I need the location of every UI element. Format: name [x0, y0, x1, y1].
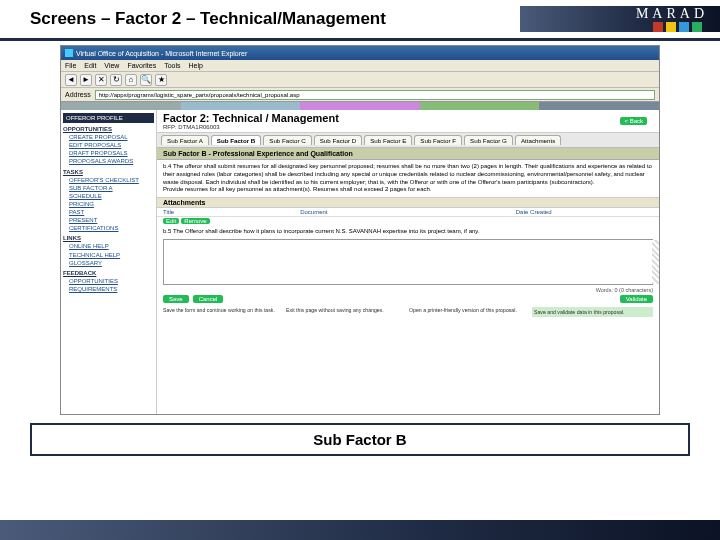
- edit-button[interactable]: Edit: [163, 218, 179, 224]
- tab-sub-b[interactable]: Sub Factor B: [211, 135, 262, 145]
- menu-tools[interactable]: Tools: [164, 62, 180, 69]
- sidebar-item[interactable]: PRICING: [69, 200, 154, 208]
- address-input[interactable]: http://apps/programs/logistic_spare_part…: [95, 90, 655, 100]
- back-icon[interactable]: ◄: [65, 74, 77, 86]
- embedded-screenshot: Virtual Office of Acquisition - Microsof…: [60, 45, 660, 415]
- sidebar-item[interactable]: CREATE PROPOSAL: [69, 133, 154, 141]
- sidebar-item[interactable]: OPPORTUNITIES: [69, 277, 154, 285]
- sidebar-item[interactable]: PAST: [69, 208, 154, 216]
- sidebar-item[interactable]: REQUIREMENTS: [69, 285, 154, 293]
- tab-sub-e[interactable]: Sub Factor E: [364, 135, 412, 145]
- sidebar-group-links[interactable]: LINKS: [63, 234, 154, 242]
- sidebar-item[interactable]: PRESENT: [69, 216, 154, 224]
- ie-icon: [65, 49, 73, 57]
- button-descriptions: Save the form and continue working on th…: [157, 305, 659, 319]
- sidebar-item[interactable]: OFFEROR'S CHECKLIST: [69, 176, 154, 184]
- sidebar-group-opportunities[interactable]: OPPORTUNITIES: [63, 125, 154, 133]
- back-button[interactable]: < Back: [620, 117, 647, 125]
- signal-flags: [653, 22, 702, 32]
- window-title-text: Virtual Office of Acquisition - Microsof…: [76, 50, 247, 57]
- resize-handle[interactable]: [652, 240, 660, 284]
- forward-icon[interactable]: ►: [80, 74, 92, 86]
- browser-toolbar: ◄ ► ✕ ↻ ⌂ 🔍 ★: [61, 72, 659, 88]
- menu-file[interactable]: File: [65, 62, 76, 69]
- instruction-b4: b.4 The offeror shall submit resumes for…: [157, 160, 659, 197]
- browser-menubar: File Edit View Favorites Tools Help: [61, 60, 659, 72]
- sidebar-group-tasks[interactable]: TASKS: [63, 168, 154, 176]
- home-icon[interactable]: ⌂: [125, 74, 137, 86]
- tab-attachments[interactable]: Attachments: [515, 135, 561, 145]
- action-button-row: Save Cancel Validate: [157, 293, 659, 305]
- brand-logo: MARAD: [636, 6, 708, 22]
- slide-caption: Sub Factor B: [30, 423, 690, 456]
- tab-sub-a[interactable]: Sub Factor A: [161, 135, 209, 145]
- menu-help[interactable]: Help: [189, 62, 203, 69]
- slide-header: Screens – Factor 2 – Technical/Managemen…: [0, 0, 720, 38]
- tab-sub-c[interactable]: Sub Factor C: [263, 135, 311, 145]
- validate-desc: Save and validate data in this proposal.: [532, 307, 653, 317]
- favorites-icon[interactable]: ★: [155, 74, 167, 86]
- browser-titlebar: Virtual Office of Acquisition - Microsof…: [61, 46, 659, 60]
- sidebar-item[interactable]: EDIT PROPOSALS: [69, 141, 154, 149]
- stop-icon[interactable]: ✕: [95, 74, 107, 86]
- tab-sub-d[interactable]: Sub Factor D: [314, 135, 362, 145]
- sidebar-item[interactable]: CERTIFICATIONS: [69, 224, 154, 232]
- factor-header: Factor 2: Technical / Management RFP: DT…: [157, 110, 659, 133]
- sidebar-item[interactable]: PROPOSALS AWARDS: [69, 157, 154, 165]
- sidebar-item[interactable]: ONLINE HELP: [69, 242, 154, 250]
- rfp-number: RFP: DTMA1R06003: [163, 124, 339, 130]
- remove-button[interactable]: Remove: [181, 218, 209, 224]
- attachment-row: Edit Remove: [157, 217, 659, 225]
- sidebar-item[interactable]: SUB FACTOR A: [69, 184, 154, 192]
- left-sidebar: OFFEROR PROFILE OPPORTUNITIES CREATE PRO…: [61, 110, 157, 415]
- subfactor-heading: Sub Factor B - Professional Experience a…: [157, 148, 659, 160]
- footer-gradient: [0, 520, 720, 540]
- sidebar-item[interactable]: SCHEDULE: [69, 192, 154, 200]
- save-button[interactable]: Save: [163, 295, 189, 303]
- slide-title: Screens – Factor 2 – Technical/Managemen…: [30, 9, 386, 29]
- open-desc: Open a printer-friendly version of this …: [409, 307, 526, 317]
- address-label: Address: [65, 91, 91, 98]
- header-underline: [0, 38, 720, 41]
- app-color-strip: [61, 102, 659, 110]
- menu-view[interactable]: View: [104, 62, 119, 69]
- refresh-icon[interactable]: ↻: [110, 74, 122, 86]
- rich-text-editor[interactable]: [163, 239, 653, 285]
- cancel-button[interactable]: Cancel: [193, 295, 224, 303]
- sidebar-group-feedback[interactable]: FEEDBACK: [63, 269, 154, 277]
- attachments-header: Attachments: [157, 197, 659, 208]
- menu-favorites[interactable]: Favorites: [127, 62, 156, 69]
- attachments-column-headers: Title Document Date Created: [157, 208, 659, 217]
- col-title: Title: [163, 209, 300, 215]
- instruction-b5: b.5 The Offeror shall describe how it pl…: [157, 225, 659, 237]
- subfactor-tabs: Sub Factor A Sub Factor B Sub Factor C S…: [157, 133, 659, 148]
- tab-sub-g[interactable]: Sub Factor G: [464, 135, 513, 145]
- save-desc: Save the form and continue working on th…: [163, 307, 280, 317]
- col-date: Date Created: [516, 209, 653, 215]
- sidebar-item[interactable]: GLOSSARY: [69, 259, 154, 267]
- cancel-desc: Exit this page without saving any change…: [286, 307, 403, 317]
- search-icon[interactable]: 🔍: [140, 74, 152, 86]
- main-content: Factor 2: Technical / Management RFP: DT…: [157, 110, 659, 415]
- menu-edit[interactable]: Edit: [84, 62, 96, 69]
- validate-button[interactable]: Validate: [620, 295, 653, 303]
- sidebar-item[interactable]: TECHNICAL HELP: [69, 251, 154, 259]
- col-document: Document: [300, 209, 516, 215]
- address-bar: Address http://apps/programs/logistic_sp…: [61, 88, 659, 102]
- tab-sub-f[interactable]: Sub Factor F: [414, 135, 462, 145]
- factor-title: Factor 2: Technical / Management: [163, 112, 339, 124]
- sidebar-item[interactable]: DRAFT PROPOSALS: [69, 149, 154, 157]
- sidebar-profile-header: OFFEROR PROFILE: [63, 113, 154, 123]
